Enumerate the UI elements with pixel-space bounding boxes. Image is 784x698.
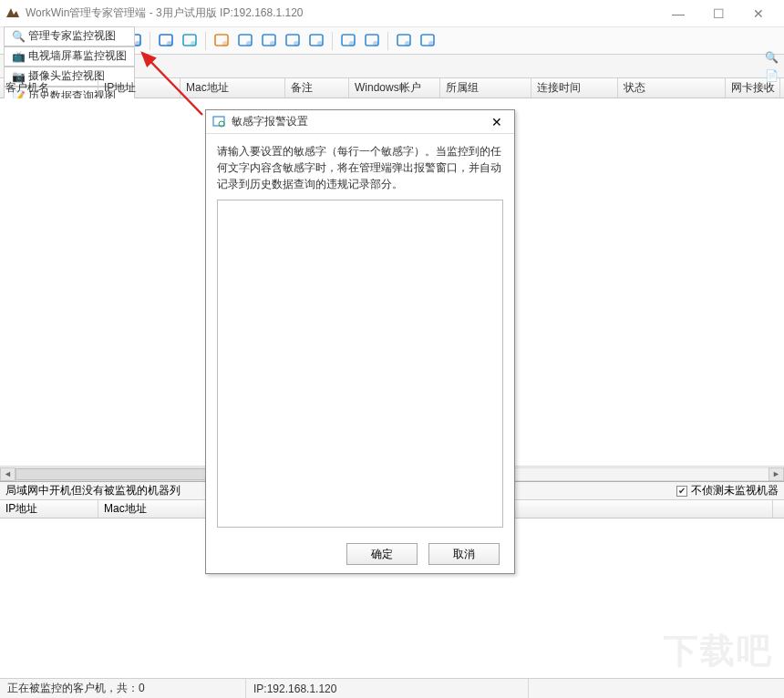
help-icon[interactable] (418, 31, 438, 51)
svg-point-31 (405, 41, 410, 46)
col-status[interactable]: 状态 (618, 78, 726, 98)
svg-point-21 (270, 41, 275, 46)
search-icon[interactable]: 🔍 (762, 48, 780, 67)
unmonitored-title: 局域网中开机但没有被监视的机器列 (5, 483, 181, 498)
col-clientname[interactable]: 客户机名 (0, 78, 98, 98)
wall-icon[interactable] (306, 31, 326, 51)
view-monitor-icon: 🔍 (12, 30, 25, 43)
search-pc-icon[interactable] (259, 31, 279, 51)
dialog-description: 请输入要设置的敏感字（每行一个敏感字）。当监控到的任何文字内容含敏感字时，将在管… (217, 143, 503, 192)
svg-point-33 (428, 41, 434, 46)
checkbox-icon: ✔ (676, 486, 687, 497)
cast-icon[interactable] (235, 31, 255, 51)
view-monitor-label: 管理专家监控视图 (28, 28, 116, 44)
svg-point-13 (167, 41, 172, 46)
col-group[interactable]: 所属组 (440, 78, 531, 98)
lock-icon[interactable] (180, 31, 200, 51)
cancel-button[interactable]: 取消 (428, 543, 500, 565)
svg-point-19 (246, 41, 252, 46)
col2-ip[interactable]: IP地址 (0, 500, 98, 518)
window-title: WorkWin管理专家管理端 - 3用户试用版 IP:192.168.1.120 (26, 5, 658, 21)
status-ip: IP:192.168.1.120 (246, 679, 529, 698)
maximize-button[interactable]: ☐ (698, 1, 738, 26)
col-remark[interactable]: 备注 (285, 78, 349, 98)
sensitive-word-dialog: 敏感字报警设置 ✕ 请输入要设置的敏感字（每行一个敏感字）。当监控到的任何文字内… (205, 109, 515, 574)
close-button[interactable]: ✕ (738, 1, 779, 26)
clients-table-header: 客户机名IP地址Mac地址备注Windows帐户所属组连接时间状态网卡接收 (0, 78, 784, 98)
ip-icon[interactable] (338, 31, 358, 51)
view-monitor[interactable]: 🔍管理专家监控视图 (4, 26, 135, 46)
svg-point-23 (294, 41, 299, 46)
port-icon[interactable] (362, 31, 382, 51)
app-icon (5, 6, 20, 21)
svg-point-15 (191, 41, 196, 46)
ok-button[interactable]: 确定 (346, 543, 418, 565)
scroll-left-icon[interactable]: ◄ (0, 467, 15, 481)
view-tvwall[interactable]: 📺电视墙屏幕监控视图 (4, 46, 135, 67)
detect-unmonitored-checkbox[interactable]: ✔ 不侦测未监视机器 (676, 483, 779, 498)
col-ip[interactable]: IP地址 (98, 78, 181, 98)
svg-point-27 (349, 41, 355, 46)
col-winuser[interactable]: Windows帐户 (349, 78, 440, 98)
dialog-icon (211, 115, 226, 129)
svg-point-29 (373, 41, 378, 46)
checkbox-label: 不侦测未监视机器 (691, 483, 779, 498)
svg-point-17 (222, 41, 228, 46)
status-client-count: 正在被监控的客户机，共：0 (0, 679, 246, 698)
grid-apps-icon[interactable] (156, 31, 176, 51)
assist-icon[interactable] (211, 31, 232, 51)
monitors-icon[interactable] (283, 31, 303, 51)
scroll-right-icon[interactable]: ► (769, 467, 784, 481)
col-nicrecv[interactable]: 网卡接收 (726, 78, 780, 98)
titlebar: WorkWin管理专家管理端 - 3用户试用版 IP:192.168.1.120… (0, 0, 784, 27)
view-tvwall-icon: 📺 (12, 50, 25, 63)
sensitive-words-textarea[interactable] (217, 200, 503, 528)
col-conntime[interactable]: 连接时间 (531, 78, 618, 98)
view-toolbar: 🔍管理专家监控视图📺电视墙屏幕监控视图📷摄像头监控视图📝历史数据查询视图 🔍📄 (0, 55, 784, 78)
svg-point-25 (317, 41, 323, 46)
dialog-close-button[interactable]: ✕ (485, 113, 509, 131)
statusbar: 正在被监控的客户机，共：0 IP:192.168.1.120 (0, 678, 784, 698)
col-mac[interactable]: Mac地址 (181, 78, 285, 98)
cart-icon[interactable] (394, 31, 414, 51)
view-tvwall-label: 电视墙屏幕监控视图 (28, 48, 127, 64)
minimize-button[interactable]: — (658, 1, 698, 26)
dialog-title: 敏感字报警设置 (232, 114, 485, 129)
